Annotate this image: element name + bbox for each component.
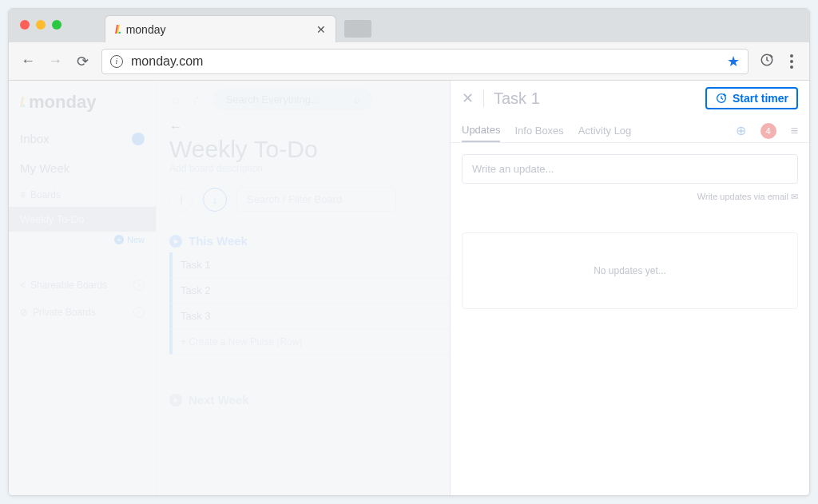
browser-menu-button[interactable] <box>785 54 798 69</box>
forward-button[interactable]: → <box>47 53 63 69</box>
url-text: monday.com <box>131 54 719 69</box>
tab-bar: //. monday ✕ <box>9 9 809 42</box>
bookmark-star-icon[interactable]: ★ <box>727 53 740 70</box>
close-panel-button[interactable]: ✕ <box>462 89 474 107</box>
address-bar: ← → ⟳ i monday.com ★ <box>9 42 809 81</box>
panel-body: Write an update... Write updates via ema… <box>451 143 809 320</box>
close-window-button[interactable] <box>20 20 30 30</box>
panel-tabs: Updates Info Boxes Activity Log ⊕ 4 ≡ <box>451 116 809 143</box>
no-updates-placeholder: No updates yet... <box>462 232 798 309</box>
panel-header: ✕ Task 1 Start timer <box>451 81 809 116</box>
back-button[interactable]: ← <box>20 53 36 69</box>
list-menu-icon[interactable]: ≡ <box>791 124 798 138</box>
favicon-icon: //. <box>115 23 120 36</box>
email-hint[interactable]: Write updates via email ✉ <box>462 192 798 202</box>
clock-icon <box>715 92 728 105</box>
tab-activity-log[interactable]: Activity Log <box>578 120 631 141</box>
minimize-window-button[interactable] <box>36 20 46 30</box>
window-controls <box>20 20 62 30</box>
email-icon: ✉ <box>791 192 798 201</box>
tab-updates[interactable]: Updates <box>462 119 500 142</box>
count-badge: 4 <box>760 123 776 139</box>
tab-info-boxes[interactable]: Info Boxes <box>514 120 563 141</box>
new-tab-button[interactable] <box>344 20 371 38</box>
maximize-window-button[interactable] <box>52 20 62 30</box>
start-timer-label: Start timer <box>733 92 788 105</box>
reload-button[interactable]: ⟳ <box>74 53 90 70</box>
close-tab-button[interactable]: ✕ <box>316 23 326 36</box>
url-field[interactable]: i monday.com ★ <box>101 49 749 74</box>
task-side-panel: ✕ Task 1 Start timer Updates Info Boxes … <box>450 81 809 495</box>
page-viewport: //. monday Inbox My Week ≡ Boards Weekly… <box>9 81 809 495</box>
start-timer-button[interactable]: Start timer <box>705 87 798 109</box>
add-button[interactable]: ⊕ <box>736 123 746 138</box>
panel-title: Task 1 <box>494 89 696 108</box>
write-update-input[interactable]: Write an update... <box>462 154 798 184</box>
site-info-icon[interactable]: i <box>110 55 123 68</box>
divider <box>483 89 484 107</box>
clockify-extension-icon[interactable] <box>760 53 774 70</box>
browser-tab[interactable]: //. monday ✕ <box>105 15 336 42</box>
tab-title: monday <box>126 23 310 36</box>
browser-window: //. monday ✕ ← → ⟳ i monday.com ★ //. mo… <box>8 8 810 496</box>
dim-overlay <box>9 81 450 495</box>
